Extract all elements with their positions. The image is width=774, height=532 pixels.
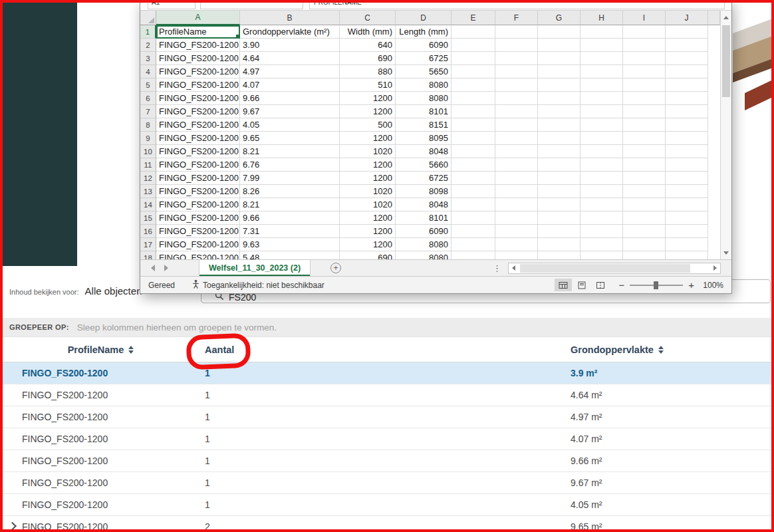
excel-cell[interactable] [538, 145, 580, 158]
excel-cell[interactable] [538, 105, 580, 118]
zoom-slider-thumb[interactable] [654, 281, 658, 289]
excel-cell[interactable] [666, 52, 708, 65]
excel-cell[interactable]: 5660 [396, 158, 452, 172]
excel-cell[interactable] [666, 172, 708, 185]
sheet-nav-left-icon[interactable] [151, 265, 155, 271]
excel-cell[interactable]: 4.07 [240, 78, 340, 92]
excel-cell[interactable] [452, 158, 495, 172]
excel-cell[interactable] [666, 251, 708, 259]
excel-cell[interactable] [666, 132, 708, 145]
sort-icon[interactable] [658, 346, 664, 354]
excel-column-header-h[interactable]: H [580, 11, 623, 25]
excel-cell[interactable]: FINGO_FS200-1200 [156, 225, 240, 238]
excel-cell[interactable]: 9.63 [240, 238, 340, 251]
excel-column-header-i[interactable]: I [623, 11, 666, 25]
excel-cell[interactable] [580, 172, 623, 185]
excel-cell[interactable]: 6725 [396, 172, 452, 185]
zoom-slider[interactable] [630, 285, 683, 286]
excel-cell[interactable]: 1200 [340, 92, 396, 105]
excel-cell[interactable]: FINGO_FS200-1200 [156, 172, 240, 185]
excel-cell[interactable] [666, 185, 708, 198]
excel-cell[interactable]: 8.26 [240, 185, 340, 198]
excel-cell[interactable] [538, 198, 580, 211]
excel-row-number[interactable]: 7 [140, 105, 156, 118]
excel-cell[interactable]: 510 [340, 78, 396, 92]
excel-row-number[interactable]: 13 [140, 185, 156, 198]
excel-cell[interactable]: 1200 [340, 132, 396, 145]
excel-cell[interactable] [452, 145, 495, 158]
excel-cell[interactable]: 1020 [340, 198, 396, 211]
excel-cell[interactable] [580, 52, 623, 65]
excel-row-number[interactable]: 16 [140, 225, 156, 238]
excel-cell[interactable] [623, 198, 666, 211]
excel-cell[interactable]: 1200 [340, 105, 396, 118]
excel-cell[interactable]: 8.21 [240, 145, 340, 158]
excel-cell[interactable] [452, 39, 495, 52]
excel-cell[interactable]: 1020 [340, 185, 396, 198]
excel-cell[interactable]: 9.67 [240, 105, 340, 118]
excel-name-box[interactable]: A1 [148, 1, 195, 9]
excel-cell[interactable] [580, 92, 623, 105]
excel-cell[interactable] [495, 78, 538, 92]
excel-cell[interactable]: 5650 [396, 65, 452, 78]
status-accessibility[interactable]: Toegankelijkheid: niet beschikbaar [192, 279, 324, 291]
excel-row-number[interactable]: 15 [140, 211, 156, 225]
excel-cell[interactable]: FINGO_FS200-1200 [156, 92, 240, 105]
scrollbar-thumb[interactable] [520, 264, 690, 273]
excel-cell[interactable] [666, 238, 708, 251]
excel-cell[interactable]: 8095 [396, 132, 452, 145]
excel-cell[interactable] [623, 185, 666, 198]
group-by-bar[interactable]: GROEPEER OP: Sleep kolommen hierheen om … [2, 318, 772, 336]
excel-column-header-a[interactable]: A [156, 11, 240, 25]
excel-cell[interactable] [623, 211, 666, 225]
excel-cell[interactable] [452, 25, 495, 39]
excel-cell[interactable] [495, 118, 538, 132]
excel-cell[interactable] [666, 225, 708, 238]
excel-cell[interactable] [666, 65, 708, 78]
excel-cell[interactable] [538, 185, 580, 198]
excel-cell[interactable]: 8098 [396, 185, 452, 198]
excel-cell[interactable] [452, 172, 495, 185]
scroll-left-icon[interactable] [509, 263, 519, 273]
excel-cell[interactable] [623, 118, 666, 132]
excel-cell[interactable] [538, 238, 580, 251]
sort-icon[interactable] [128, 346, 134, 354]
excel-cell[interactable] [666, 198, 708, 211]
excel-cell[interactable]: 6090 [396, 39, 452, 52]
excel-cell[interactable]: 1200 [340, 211, 396, 225]
excel-cell[interactable]: 8080 [396, 238, 452, 251]
excel-cell[interactable]: 4.97 [240, 65, 340, 78]
excel-cell[interactable] [538, 78, 580, 92]
excel-cell[interactable] [623, 25, 666, 39]
excel-cell[interactable] [452, 185, 495, 198]
excel-cell[interactable]: 880 [340, 65, 396, 78]
column-header-profilename[interactable]: ProfileName [2, 337, 199, 362]
table-row[interactable]: FINGO_FS200-120019.67 m² [2, 472, 772, 494]
excel-cell[interactable] [495, 145, 538, 158]
excel-cell[interactable] [452, 78, 495, 92]
excel-row-number[interactable]: 4 [140, 65, 156, 78]
excel-cell[interactable] [623, 145, 666, 158]
excel-cell[interactable] [452, 105, 495, 118]
excel-cell[interactable] [623, 39, 666, 52]
excel-cell[interactable] [666, 92, 708, 105]
excel-cell[interactable]: 6725 [396, 52, 452, 65]
excel-cell[interactable]: 1200 [340, 225, 396, 238]
excel-cell[interactable]: 8.21 [240, 198, 340, 211]
scroll-down-icon[interactable] [721, 247, 731, 258]
excel-cell[interactable] [538, 65, 580, 78]
excel-cell[interactable]: FINGO_FS200-1200 [156, 145, 240, 158]
excel-cell[interactable] [580, 185, 623, 198]
excel-cell[interactable] [452, 132, 495, 145]
excel-cell[interactable] [538, 132, 580, 145]
table-row[interactable]: FINGO_FS200-120029.65 m² [2, 516, 772, 532]
excel-cell[interactable]: FINGO_FS200-1200 [156, 132, 240, 145]
table-row[interactable]: FINGO_FS200-120019.66 m² [2, 450, 772, 472]
excel-cell[interactable] [580, 118, 623, 132]
normal-view-button[interactable] [555, 279, 572, 291]
excel-cell[interactable]: 8101 [396, 211, 452, 225]
excel-cell[interactable]: 4.05 [240, 118, 340, 132]
excel-cell[interactable] [452, 52, 495, 65]
excel-column-header-c[interactable]: C [340, 11, 396, 25]
excel-cell[interactable] [666, 158, 708, 172]
